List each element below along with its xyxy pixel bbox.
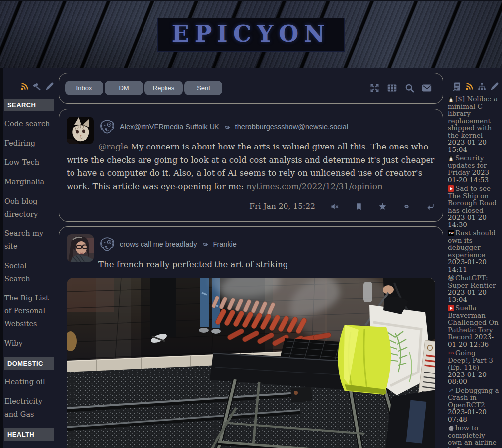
tux-favicon: [448, 96, 454, 102]
post-card: crows call me breadlady Frankie The fren…: [59, 226, 443, 448]
newswire-column: [$] Nolibc: a minimal C-library replacem…: [447, 68, 502, 448]
boost-icon: [223, 123, 232, 131]
show-links-icon[interactable]: [32, 82, 42, 91]
rss-feed-icon[interactable]: [20, 82, 29, 91]
newswire-title[interactable]: Going Deep!, Part 3 (Ep. 116): [448, 349, 493, 371]
external-arrow-favicon: ↗: [448, 387, 454, 394]
newswire-item: Suella Braverman Challenged On Pathetic …: [448, 304, 499, 348]
post-content: @ragle My concern is about how the arts …: [67, 141, 435, 193]
tab-replies[interactable]: Replies: [144, 81, 183, 95]
newswire-list: [$] Nolibc: a minimal C-library replacem…: [448, 95, 499, 448]
fullscreen-icon[interactable]: [369, 83, 380, 93]
post-boosted-by-handle[interactable]: Frankie: [213, 238, 237, 251]
sidebar-link-code-search[interactable]: Code search: [4, 117, 54, 130]
yw-favicon: Yw: [448, 230, 454, 236]
sidebar-header-search: SEARCH: [4, 99, 54, 111]
tux-favicon: [448, 155, 454, 161]
mention-link[interactable]: @ragle: [98, 142, 128, 151]
edit-newswire-icon[interactable]: [490, 82, 499, 91]
epicyon-dog-icon: [98, 119, 116, 135]
edit-links-icon[interactable]: [45, 82, 54, 91]
epicyon-dog-icon: [98, 236, 116, 253]
newswire-date: 2023-01-20 08:00: [448, 371, 487, 386]
newswire-date: 2023-01-20 13:04: [448, 288, 487, 303]
newswire-date: 2023-01-20 07:48: [448, 408, 487, 423]
newswire-title[interactable]: Debugging a Crash in OpenRCT2: [448, 386, 499, 409]
post-timestamp: Fri Jan 20, 15:22: [249, 200, 315, 213]
newswire-date: 2023-01-20 14:11: [448, 258, 487, 273]
sidebar-link-ooh-blog-directory[interactable]: Ooh blog directory: [4, 195, 54, 221]
sidebar-link-electricity-gas[interactable]: Electricity and Gas: [4, 395, 54, 421]
newswire-title[interactable]: ChatGPT: Super Rentier: [448, 274, 496, 289]
tab-inbox[interactable]: Inbox: [65, 81, 103, 95]
profile-banner[interactable]: EPICYON: [0, 0, 502, 68]
post-boosted-by-handle[interactable]: therobburgessshow@newsie.social: [235, 120, 349, 134]
sidebar-link-low-tech[interactable]: Low Tech: [4, 156, 54, 169]
bookmark-icon[interactable]: [355, 202, 363, 211]
tab-sent[interactable]: Sent: [184, 81, 222, 95]
post-card: Alex@rtnVFRmedia Suffolk UK therobburges…: [59, 109, 443, 222]
star-icon[interactable]: [378, 202, 387, 211]
newswire-item: ⓌChatGPT: Super Rentier 2023-01-20 13:04: [448, 274, 499, 303]
banner-title-box: EPICYON: [157, 18, 345, 52]
timeline-header: Inbox DM Replies Sent: [59, 73, 443, 104]
share-tree-icon[interactable]: [477, 82, 487, 91]
boost-icon: [201, 240, 210, 248]
newswire-item: ↗Debugging a Crash in OpenRCT2 2023-01-2…: [448, 387, 499, 423]
youtube-favicon: [448, 185, 454, 192]
post-content: The french really perfected the art of s…: [67, 258, 435, 272]
post-author-handle[interactable]: crows call me breadlady: [120, 238, 197, 251]
wordpress-favicon: Ⓦ: [448, 275, 454, 281]
mute-icon[interactable]: [331, 202, 339, 211]
post-author-handle[interactable]: Alex@rtnVFRmedia Suffolk UK: [120, 120, 219, 134]
media-grid-icon[interactable]: [387, 83, 397, 93]
tab-dm[interactable]: DM: [105, 81, 143, 95]
post-text: The french really perfected the art of s…: [98, 260, 288, 269]
post-external-link[interactable]: nytimes.com/2022/12/31/opinion: [246, 182, 382, 191]
newswire-title[interactable]: Rust should own its debugger experience: [448, 229, 496, 259]
sidebar-link-marginalia[interactable]: Marginalia: [4, 175, 54, 188]
sidebar-header-domestic: DOMESTIC: [4, 357, 54, 370]
search-icon[interactable]: [404, 83, 415, 93]
newswire-date: 2023-01-20 15:04: [448, 138, 487, 153]
avatar[interactable]: [67, 234, 94, 262]
sidebar-link-wiby[interactable]: Wiby: [4, 337, 54, 350]
repeat-icon[interactable]: [402, 202, 411, 211]
sidebar-link-fediring[interactable]: Fediring: [4, 137, 54, 149]
newswire-date: 2023-01-20 14:30: [448, 213, 487, 228]
newswire-title[interactable]: Sad to see The Ship on Borough Road has …: [448, 184, 497, 214]
avatar[interactable]: [67, 117, 94, 144]
sidebar-link-heating-oil[interactable]: Heating oil: [4, 375, 54, 388]
newswire-title[interactable]: how to completely own an airline in 3: [448, 424, 497, 448]
newswire-item: GSGoing Deep!, Part 3 (Ep. 116) 2023-01-…: [448, 349, 499, 385]
post-image[interactable]: [67, 278, 435, 448]
left-column: SEARCH Code search Fediring Low Tech Mar…: [3, 68, 56, 448]
newswire-item: Security updates for Friday 2023-01-20 1…: [448, 154, 499, 183]
banner-title: EPICYON: [172, 20, 331, 47]
gs-favicon: GS: [448, 350, 454, 356]
newswire-title[interactable]: [$] Nolibc: a minimal C-library replacem…: [448, 95, 498, 139]
newswire-list-icon[interactable]: [452, 82, 462, 91]
timeline-column: Inbox DM Replies Sent: [59, 68, 443, 448]
mail-icon[interactable]: [422, 83, 432, 93]
youtube-favicon: [448, 305, 454, 311]
squirrel-favicon: [448, 425, 454, 431]
newswire-item: [$] Nolibc: a minimal C-library replacem…: [448, 95, 499, 153]
sidebar-link-search-my-site[interactable]: Search my site: [4, 227, 54, 253]
newswire-item: YwRust should own its debugger experienc…: [448, 229, 499, 273]
newswire-item: Sad to see The Ship on Borough Road has …: [448, 185, 499, 228]
sidebar-link-big-list[interactable]: The Big List of Personal Websites: [4, 292, 54, 330]
rss-feed-icon[interactable]: [465, 82, 474, 91]
sidebar-link-social-search[interactable]: Social Search: [4, 259, 54, 285]
sidebar-header-health: HEALTH: [4, 428, 54, 441]
newswire-item: how to completely own an airline in 3: [448, 424, 499, 448]
reply-icon[interactable]: [426, 202, 434, 211]
